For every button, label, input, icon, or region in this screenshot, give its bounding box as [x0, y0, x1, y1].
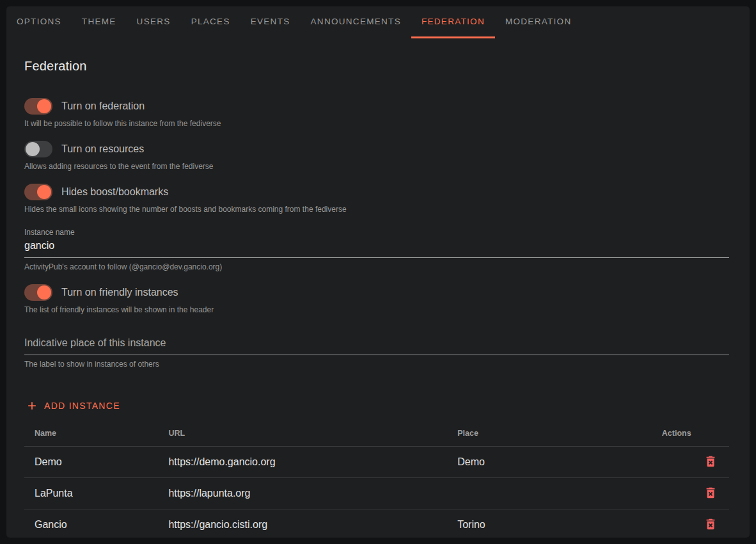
instance-place-input[interactable] — [24, 336, 729, 355]
tab-moderation[interactable]: MODERATION — [495, 6, 582, 38]
column-header-name: Name — [24, 422, 158, 447]
instance-name-label: Instance name — [24, 228, 729, 237]
plus-icon — [26, 399, 38, 412]
friendly-instances-toggle-label: Turn on friendly instances — [61, 287, 178, 298]
hide-boosts-toggle[interactable] — [24, 184, 52, 200]
trash-delete-forever-icon — [704, 492, 718, 502]
tab-places[interactable]: PLACES — [181, 6, 240, 38]
tab-announcements[interactable]: ANNOUNCEMENTS — [301, 6, 411, 38]
hide-boosts-toggle-label: Hides boost/bookmarks — [61, 186, 168, 198]
instance-url-cell: https://gancio.cisti.org — [158, 509, 447, 541]
instance-place-field-group: The label to show in instances of others — [24, 336, 729, 369]
toggle-thumb — [37, 185, 51, 199]
column-header-place: Place — [447, 422, 652, 447]
admin-panel-card: OPTIONS THEME USERS PLACES EVENTS ANNOUN… — [6, 6, 750, 538]
tab-theme[interactable]: THEME — [72, 6, 127, 38]
toggle-thumb — [37, 285, 51, 300]
instance-name-cell: Gancio — [24, 509, 158, 541]
instance-url-cell: https://demo.gancio.org — [158, 447, 447, 478]
page-title: Federation — [24, 59, 729, 74]
resources-toggle-label: Turn on resources — [61, 143, 144, 155]
delete-instance-button[interactable] — [702, 484, 719, 501]
column-header-actions: Actions — [652, 422, 729, 447]
table-row: Gancio https://gancio.cisti.org Torino — [24, 509, 729, 541]
federation-settings-panel: Federation Turn on federation It will be… — [6, 59, 750, 540]
federation-toggle-hint: It will be possible to follow this insta… — [24, 119, 729, 128]
hide-boosts-toggle-group: Hides boost/bookmarks Hides the small ic… — [24, 184, 729, 214]
table-row: LaPunta https://lapunta.org — [24, 478, 729, 509]
delete-instance-button[interactable] — [702, 453, 719, 470]
instance-url-cell: https://lapunta.org — [158, 478, 447, 509]
friendly-instances-toggle[interactable] — [24, 284, 52, 301]
hide-boosts-toggle-hint: Hides the small icons showing the number… — [24, 205, 729, 214]
instance-name-hint: ActivityPub's account to follow (@gancio… — [24, 262, 729, 271]
instance-place-hint: The label to show in instances of others — [24, 360, 729, 369]
table-row: Demo https://demo.gancio.org Demo — [24, 447, 729, 478]
instance-name-cell: LaPunta — [24, 478, 158, 509]
instance-name-field-group: Instance name ActivityPub's account to f… — [24, 228, 729, 271]
resources-toggle-hint: Allows adding resources to the event fro… — [24, 162, 729, 171]
admin-tab-bar: OPTIONS THEME USERS PLACES EVENTS ANNOUN… — [6, 6, 750, 38]
tab-options[interactable]: OPTIONS — [6, 6, 72, 38]
add-instance-button-label: ADD INSTANCE — [44, 401, 120, 411]
table-header-row: Name URL Place Actions — [24, 422, 729, 447]
delete-instance-button[interactable] — [702, 516, 719, 532]
toggle-thumb — [26, 142, 40, 156]
add-instance-button[interactable]: ADD INSTANCE — [24, 394, 127, 417]
tab-federation[interactable]: FEDERATION — [411, 6, 495, 38]
instance-name-cell: Demo — [24, 447, 158, 478]
tab-events[interactable]: EVENTS — [240, 6, 301, 38]
friendly-instances-toggle-group: Turn on friendly instances The list of f… — [24, 284, 729, 314]
tab-users[interactable]: USERS — [127, 6, 181, 38]
friendly-instances-table: Name URL Place Actions Demo https://demo… — [24, 422, 729, 540]
resources-toggle[interactable] — [24, 141, 52, 157]
trash-delete-forever-icon — [704, 461, 718, 470]
column-header-url: URL — [158, 422, 447, 447]
instance-name-input[interactable] — [24, 239, 729, 258]
instance-place-cell — [447, 478, 652, 509]
instance-place-cell: Demo — [447, 447, 652, 478]
trash-delete-forever-icon — [704, 524, 718, 533]
resources-toggle-group: Turn on resources Allows adding resource… — [24, 141, 729, 171]
federation-toggle-label: Turn on federation — [61, 100, 145, 112]
instance-place-cell: Torino — [447, 509, 652, 541]
federation-toggle[interactable] — [24, 98, 52, 115]
federation-toggle-group: Turn on federation It will be possible t… — [24, 98, 729, 128]
toggle-thumb — [37, 99, 51, 113]
friendly-instances-toggle-hint: The list of friendly instances will be s… — [24, 305, 729, 314]
